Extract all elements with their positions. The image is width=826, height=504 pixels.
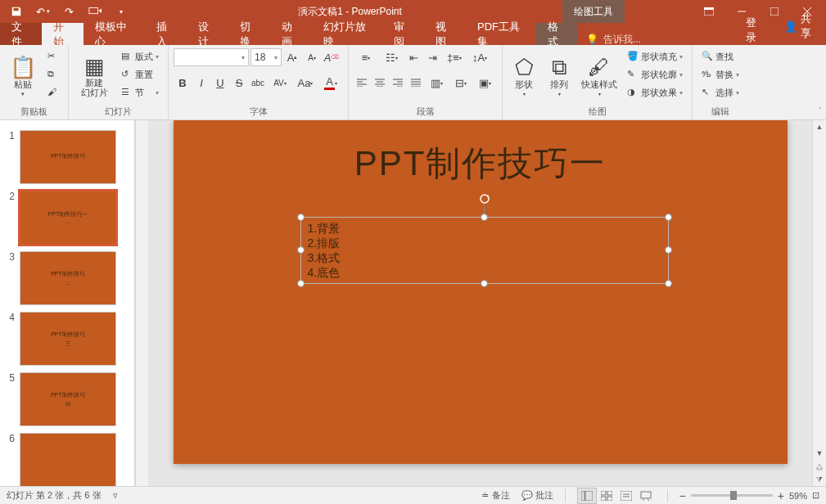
ribbon-display-options[interactable] — [693, 1, 724, 22]
comments-button[interactable]: 💬 批注 — [521, 489, 553, 502]
prev-slide-button[interactable]: ⧋ — [813, 460, 826, 473]
thumbnail-slide[interactable]: PPT制作技巧二 — [20, 251, 116, 305]
slide-editor[interactable]: PPT制作技巧一 1.背景2.排版3.格式4.底色 — [148, 120, 812, 486]
thumbnails-scrollbar[interactable] — [135, 120, 148, 486]
thumbnail-item[interactable]: 2PPT制作技巧一···· — [0, 187, 134, 248]
cut-button[interactable]: ✂ — [43, 48, 63, 65]
scroll-up-button[interactable]: ▲ — [813, 120, 826, 133]
align-right-button[interactable] — [390, 74, 407, 92]
smartart-button[interactable]: ▣▾ — [474, 74, 497, 92]
shape-effects-button[interactable]: ◑形状效果▾ — [623, 84, 687, 101]
tell-me-input[interactable] — [603, 34, 726, 45]
decrease-font-button[interactable]: A▾ — [303, 48, 321, 66]
char-spacing-button[interactable]: AV▾ — [268, 74, 292, 92]
bold-button[interactable]: B — [174, 74, 192, 92]
thumbnail-slide[interactable]: PPT制作技巧一···· — [20, 191, 116, 245]
align-text-button[interactable]: ⊟▾ — [449, 74, 472, 92]
format-painter-button[interactable]: 🖌 — [43, 84, 63, 101]
font-name-combo[interactable]: ▾ — [174, 48, 249, 66]
thumbnail-item[interactable]: 4PPT制作技巧三 — [0, 308, 134, 369]
tab-template[interactable]: 模板中心 — [84, 23, 144, 45]
resize-handle-se[interactable] — [665, 280, 672, 287]
increase-font-button[interactable]: A▴ — [283, 48, 301, 66]
slide-title-text[interactable]: PPT制作技巧一 — [174, 141, 788, 187]
tab-transition[interactable]: 切换 — [228, 23, 270, 45]
thumbnail-slide[interactable]: PPT制作技巧 — [20, 130, 116, 184]
notes-button[interactable]: ≐ 备注 — [481, 489, 509, 502]
underline-button[interactable]: U — [211, 74, 229, 92]
scroll-track[interactable] — [813, 133, 826, 447]
bullets-button[interactable]: ≡▾ — [354, 48, 378, 66]
tab-review[interactable]: 审阅 — [382, 23, 424, 45]
shapes-button[interactable]: ⬠形状▾ — [508, 48, 540, 102]
zoom-in-button[interactable]: + — [778, 489, 784, 502]
layout-button[interactable]: ▤版式▾ — [117, 48, 163, 65]
resize-handle-w[interactable] — [297, 246, 305, 254]
new-slide-button[interactable]: ▦ 新建 幻灯片 — [74, 48, 115, 102]
resize-handle-n[interactable] — [481, 214, 488, 221]
tab-design[interactable]: 设计 — [187, 23, 228, 45]
tab-insert[interactable]: 插入 — [145, 23, 187, 45]
tab-format[interactable]: 格式 — [536, 23, 578, 45]
line-spacing-button[interactable]: ‡≡▾ — [442, 48, 467, 66]
tab-pdf[interactable]: PDF工具集 — [466, 23, 536, 45]
resize-handle-ne[interactable] — [665, 214, 672, 221]
resize-handle-nw[interactable] — [297, 214, 305, 221]
fit-to-window-button[interactable]: ⊡ — [812, 490, 819, 501]
clear-formatting-button[interactable]: A⌫ — [323, 48, 341, 66]
zoom-thumb[interactable] — [730, 491, 737, 500]
collapse-ribbon-button[interactable]: ˆ — [819, 107, 821, 116]
thumbnail-item[interactable]: 1PPT制作技巧 — [0, 127, 134, 187]
shape-fill-button[interactable]: 🪣形状填充▾ — [623, 48, 687, 65]
numbering-button[interactable]: ☷▾ — [379, 48, 404, 66]
copy-button[interactable]: ⧉ — [43, 66, 63, 83]
columns-button[interactable]: ▥▾ — [426, 74, 449, 92]
thumbnail-item[interactable]: 3PPT制作技巧二 — [0, 248, 134, 308]
section-button[interactable]: ☰节▾ — [117, 84, 163, 101]
slide-canvas[interactable]: PPT制作技巧一 1.背景2.排版3.格式4.底色 — [174, 120, 788, 464]
spelling-icon[interactable]: ▿ — [113, 490, 118, 501]
change-case-button[interactable]: Aa▾ — [293, 74, 318, 92]
align-left-button[interactable] — [354, 74, 371, 92]
font-size-combo[interactable]: 18▾ — [251, 48, 282, 66]
font-color-button[interactable]: A▾ — [318, 74, 343, 92]
quick-styles-button[interactable]: 🖋快速样式▾ — [578, 48, 621, 102]
zoom-percent[interactable]: 59% — [789, 491, 807, 501]
slide-counter[interactable]: 幻灯片 第 2 张，共 6 张 — [7, 489, 102, 502]
thumbnail-slide[interactable]: PPT制作技巧三 — [20, 312, 116, 366]
decrease-indent-button[interactable]: ⇤ — [404, 48, 422, 66]
scroll-down-button[interactable]: ▼ — [813, 447, 826, 460]
resize-handle-sw[interactable] — [297, 280, 305, 287]
strikethrough-button[interactable]: S — [230, 74, 248, 92]
reading-view-button[interactable] — [616, 488, 636, 504]
textbox-content[interactable]: 1.背景2.排版3.格式4.底色 — [301, 218, 668, 284]
thumbnail-item[interactable]: 6 — [0, 430, 134, 486]
replace-button[interactable]: ᵃ⁄ь替换▾ — [697, 66, 743, 83]
increase-indent-button[interactable]: ⇥ — [423, 48, 441, 66]
align-center-button[interactable] — [372, 74, 389, 92]
editor-scrollbar[interactable]: ▲ ▼ ⧋ ⧩ — [812, 120, 826, 486]
shadow-button[interactable]: abc — [249, 74, 267, 92]
sorter-view-button[interactable] — [597, 488, 616, 504]
paste-button[interactable]: 📋 粘贴 ▾ — [5, 48, 41, 102]
slideshow-view-button[interactable] — [636, 488, 656, 504]
italic-button[interactable]: I — [192, 74, 210, 92]
tab-home[interactable]: 开始 — [42, 23, 84, 45]
tab-animation[interactable]: 动画 — [270, 23, 312, 45]
sign-in-link[interactable]: 登录 — [734, 16, 776, 45]
share-button[interactable]: 👤共享 — [776, 7, 826, 45]
next-slide-button[interactable]: ⧩ — [813, 473, 826, 486]
find-button[interactable]: 🔍查找 — [697, 48, 743, 65]
arrange-button[interactable]: ⧉排列▾ — [543, 48, 575, 102]
thumbnail-slide[interactable] — [20, 433, 116, 486]
content-textbox[interactable]: 1.背景2.排版3.格式4.底色 — [300, 217, 669, 284]
thumbnail-item[interactable]: 5PPT制作技巧四 — [0, 369, 134, 430]
shape-outline-button[interactable]: ✎形状轮廓▾ — [623, 66, 687, 83]
slide-thumbnails-pane[interactable]: 1PPT制作技巧2PPT制作技巧一····3PPT制作技巧二4PPT制作技巧三5… — [0, 120, 135, 486]
resize-handle-e[interactable] — [665, 246, 672, 254]
tab-view[interactable]: 视图 — [424, 23, 466, 45]
resize-handle-s[interactable] — [481, 280, 488, 287]
zoom-out-button[interactable]: − — [679, 489, 686, 502]
thumbnail-slide[interactable]: PPT制作技巧四 — [20, 372, 116, 426]
justify-button[interactable] — [408, 74, 425, 92]
